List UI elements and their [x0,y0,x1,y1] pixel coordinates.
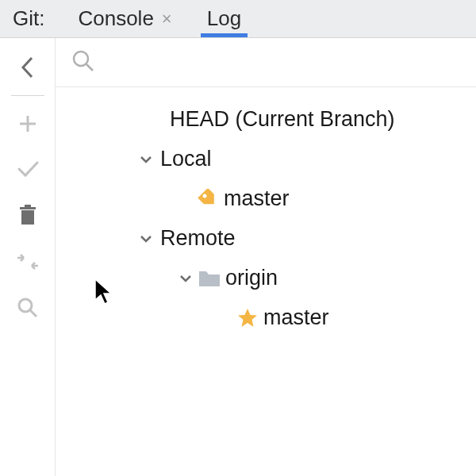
origin-group[interactable]: origin [56,259,476,298]
add-button[interactable] [6,104,49,144]
compare-button[interactable] [6,242,49,282]
svg-rect-2 [21,210,34,225]
close-icon[interactable]: × [162,10,172,28]
search-icon [71,49,95,76]
remote-group[interactable]: Remote [56,219,476,259]
origin-group-label: origin [225,259,278,298]
branch-tree: HEAD (Current Branch) Local master Remot… [56,87,476,338]
head-branch-label: HEAD (Current Branch) [170,100,395,140]
svg-rect-4 [25,205,31,207]
left-toolbar [0,38,56,476]
tab-log-label: Log [207,6,241,31]
remote-group-label: Remote [160,219,236,259]
svg-rect-3 [20,207,36,209]
tab-console[interactable]: Console × [70,0,179,37]
star-icon [235,307,260,329]
head-branch-item[interactable]: HEAD (Current Branch) [56,100,476,140]
local-group-label: Local [160,140,212,179]
top-tab-bar: Git: Console × Log [0,0,476,38]
chevron-down-icon[interactable] [135,232,157,246]
chevron-down-icon[interactable] [175,271,197,286]
divider [11,95,44,96]
svg-point-9 [203,194,207,198]
checkout-button[interactable] [6,150,49,190]
filter-input[interactable] [103,52,460,74]
remote-master-item[interactable]: master [56,298,476,338]
collapse-button[interactable] [6,48,49,87]
remote-master-label: master [263,298,329,338]
folder-icon [197,269,222,288]
filter-bar [56,38,476,87]
delete-button[interactable] [6,196,49,236]
local-master-label: master [224,179,290,219]
tab-log[interactable]: Log [199,0,249,37]
svg-line-6 [30,310,36,317]
local-master-item[interactable]: master [56,179,476,219]
svg-point-5 [19,299,32,312]
tag-icon [195,189,221,209]
git-panel-label: Git: [13,6,44,31]
svg-point-7 [74,52,88,66]
search-button[interactable] [6,288,49,328]
svg-line-8 [86,64,93,71]
tab-console-label: Console [78,6,153,31]
chevron-down-icon[interactable] [135,152,157,167]
local-group[interactable]: Local [56,140,476,179]
